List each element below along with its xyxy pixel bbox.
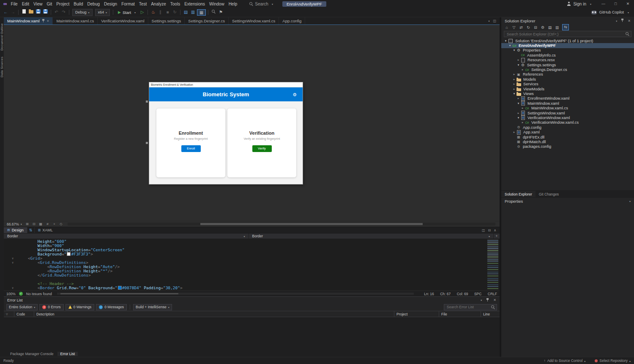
adorner-handle[interactable]: [146, 101, 148, 103]
undo-icon[interactable]: ↶: [53, 9, 60, 16]
severity-column[interactable]: ▽: [4, 311, 14, 317]
new-file-icon[interactable]: [21, 9, 27, 16]
messages-filter-button[interactable]: i 0 Messages: [96, 304, 127, 310]
xaml-code-editor[interactable]: Height="600" Width="900" WindowStartupLo…: [4, 239, 500, 291]
column-indicator[interactable]: Col: 69: [457, 292, 468, 296]
sign-in-button[interactable]: Sign in ▾: [567, 2, 591, 6]
menu-edit[interactable]: Edit: [20, 2, 31, 6]
tree-item-mainwindow-xaml[interactable]: MainWindow.xaml: [501, 101, 634, 106]
package-manager-console-tab[interactable]: Package Manager Console: [7, 352, 57, 356]
float-tab-icon[interactable]: ◫: [493, 19, 496, 23]
close-icon[interactable]: ✕: [493, 298, 496, 302]
vertical-split-icon[interactable]: ◫: [482, 228, 485, 232]
solution-explorer-search[interactable]: [504, 31, 631, 37]
snap-to-grid-icon[interactable]: #: [45, 222, 50, 226]
tree-item-services[interactable]: Services: [501, 82, 634, 87]
spaces-indicator[interactable]: SPC: [474, 292, 481, 296]
expand-arrow-icon[interactable]: [516, 111, 520, 115]
adorner-handle[interactable]: [146, 142, 148, 144]
hot-reload-icon[interactable]: ♨: [150, 9, 156, 16]
expand-arrow-icon[interactable]: [512, 130, 516, 134]
wpf-window-preview[interactable]: Biometric Enrollment & Verification Biom…: [149, 82, 303, 185]
snap-to-guides-icon[interactable]: +: [52, 222, 57, 226]
tree-item-viewmodels[interactable]: ViewModels: [501, 87, 634, 91]
navigate-forward-icon[interactable]: →: [10, 9, 16, 16]
xaml-designer-surface[interactable]: Biometric Enrollment & Verification Biom…: [4, 25, 500, 227]
designer-horizontal-scrollbar[interactable]: [68, 223, 495, 225]
switch-views-icon[interactable]: ⇆: [562, 24, 569, 30]
errors-filter-button[interactable]: ✕ 0 Errors: [39, 304, 63, 310]
char-indicator[interactable]: Ch: 67: [440, 292, 451, 296]
show-grid-icon[interactable]: ▦: [38, 222, 44, 226]
tree-item-properties[interactable]: Properties: [501, 48, 634, 53]
designer-zoom-dropdown[interactable]: 66.67% ▾: [5, 222, 23, 226]
tree-item-references[interactable]: References: [501, 72, 634, 77]
expand-arrow-icon[interactable]: [512, 49, 516, 52]
line-ending-indicator[interactable]: CRLF: [488, 292, 497, 296]
menu-tools[interactable]: Tools: [168, 2, 182, 6]
navigate-back-icon[interactable]: ←: [3, 9, 9, 16]
description-column[interactable]: Description: [34, 311, 394, 317]
expand-arrow-icon[interactable]: [516, 116, 520, 120]
doc-tab-verificationwindow-xaml[interactable]: VerificationWindow.xaml: [98, 17, 148, 24]
expand-arrow-icon[interactable]: [516, 63, 520, 67]
editor-horizontal-scrollbar[interactable]: [57, 293, 414, 295]
close-button[interactable]: ✕: [622, 0, 634, 8]
doc-tab-settings-designer-cs[interactable]: Settings.Designer.cs: [185, 17, 229, 24]
solution-platform-dropdown[interactable]: x64 ▾: [95, 9, 110, 16]
expand-arrow-icon[interactable]: [516, 97, 520, 100]
git-changes-tab[interactable]: Git Changes: [536, 191, 562, 197]
error-search-input[interactable]: [446, 304, 491, 310]
menu-view[interactable]: View: [31, 2, 45, 6]
minimap-scrollbar[interactable]: [487, 239, 498, 290]
stop-icon[interactable]: ■: [164, 9, 171, 16]
expand-arrow-icon[interactable]: [512, 87, 516, 91]
start-without-debugging-icon[interactable]: ▷: [139, 9, 145, 16]
menu-design[interactable]: Design: [102, 2, 119, 6]
expand-arrow-icon[interactable]: [516, 102, 520, 105]
show-all-files-icon[interactable]: ▤: [548, 25, 552, 30]
project-column[interactable]: Project: [394, 311, 439, 317]
bookmark-icon[interactable]: ⚑: [218, 9, 224, 16]
tree-item-settingswindow[interactable]: SettingsWindow.xaml: [501, 111, 634, 115]
menu-debug[interactable]: Debug: [85, 2, 102, 6]
window-position-icon[interactable]: ▾: [481, 299, 482, 302]
preview-header[interactable]: Biometric System ⚙: [149, 87, 303, 101]
menu-format[interactable]: Format: [119, 2, 137, 6]
maximize-button[interactable]: □: [609, 0, 622, 8]
save-icon[interactable]: [35, 9, 41, 16]
xaml-view-tab[interactable]: ▥ XAML: [35, 227, 56, 233]
tree-item-views[interactable]: Views: [501, 91, 634, 96]
expand-arrow-icon[interactable]: [521, 106, 525, 110]
document-outline-tab[interactable]: Document Outline: [0, 23, 4, 51]
solution-configuration-dropdown[interactable]: Debug ▾: [72, 9, 93, 16]
tree-item-app-xaml[interactable]: App.xaml: [501, 130, 634, 134]
expand-arrow-icon[interactable]: [512, 73, 516, 76]
open-file-icon[interactable]: [28, 9, 34, 16]
breadcrumb-right[interactable]: Border ▾: [249, 234, 494, 239]
doc-tab-settingswindow-xaml-cs[interactable]: SettingsWindow.xaml.cs: [229, 17, 279, 24]
find-in-files-icon[interactable]: [210, 9, 217, 16]
tree-item-verificationwindow-cs[interactable]: VerificationWindow.xaml.cs: [501, 120, 634, 125]
close-icon[interactable]: ✕: [628, 19, 631, 23]
error-scope-dropdown[interactable]: Entire Solution ▾: [6, 304, 38, 310]
search-control[interactable]: Search ▾: [247, 1, 276, 7]
health-status[interactable]: No issues found: [26, 292, 52, 296]
error-list-tab[interactable]: Error List: [57, 352, 78, 356]
home-icon[interactable]: ⌂: [505, 25, 509, 30]
pin-icon[interactable]: [621, 18, 624, 23]
tree-item-resources[interactable]: Resources.resx: [501, 58, 634, 62]
expand-arrow-icon[interactable]: [521, 68, 525, 71]
select-repository-button[interactable]: Select Repository ▴: [595, 359, 631, 363]
tree-item-project[interactable]: EnrolAndVerifyWPF: [501, 43, 634, 48]
pin-icon[interactable]: [42, 19, 45, 23]
doc-tab-mainwindow-xaml-cs[interactable]: MainWindow.xaml.cs: [53, 17, 98, 24]
menu-analyze[interactable]: Analyze: [149, 2, 168, 6]
intellisense-filter-dropdown[interactable]: Build + IntelliSense ▾: [133, 304, 172, 310]
doc-tab-app-config[interactable]: App.config: [279, 17, 305, 24]
github-copilot-button[interactable]: GitHub Copilot ▾: [591, 10, 629, 14]
add-pane-icon[interactable]: +: [494, 234, 500, 239]
xaml-hot-reload-toggle-icon[interactable]: ▦: [197, 9, 206, 16]
minimize-button[interactable]: —: [597, 0, 609, 8]
design-view-tab[interactable]: ▤ Design: [4, 227, 27, 233]
